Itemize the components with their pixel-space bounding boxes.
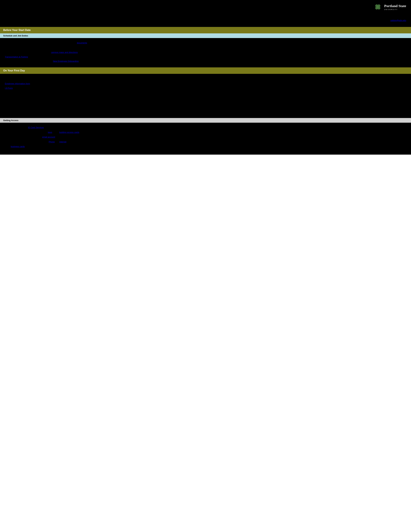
intro-dark-section: sskbre@pdx.edu (0, 14, 411, 27)
first-day-content: Meet with your supervisor to receive you… (0, 74, 411, 118)
email-account-link[interactable]: email account (42, 136, 55, 138)
getting-access-heading: Getting Access (0, 118, 411, 123)
psu-name: Portland State (384, 3, 406, 9)
psu-logo-icon (374, 3, 381, 10)
id-card-services-link[interactable]: ID Card Services (28, 126, 44, 129)
building-access-cards-link[interactable]: building access cards (59, 131, 79, 133)
before-start-heading: Before Your Start Date (0, 27, 411, 33)
header-bar: Portland State UNIVERSITY (0, 0, 411, 14)
psu-logo: Portland State UNIVERSITY (374, 3, 406, 11)
business-cards-link[interactable]: business cards (11, 145, 25, 148)
schedule-subheading: Schedule and Job Duties (0, 33, 411, 38)
first-day-heading: On Your First Day (0, 67, 411, 74)
before-start-content: Your supervisor will provide you with yo… (0, 38, 411, 67)
documents-link[interactable]: documents (77, 42, 87, 44)
transportation-link[interactable]: Transportation & Parking (5, 56, 28, 58)
phone-link[interactable]: Phone (49, 141, 55, 143)
email-section: sskbre@pdx.edu (5, 19, 406, 22)
employee-information-form-link[interactable]: Employee Information form (5, 82, 30, 85)
internet-link[interactable]: internet (59, 141, 66, 143)
psu-sub: UNIVERSITY (384, 9, 406, 11)
keys-link[interactable]: keys (48, 131, 52, 133)
getting-access-content: Get your PSU ID card at ID Card Services… (0, 123, 411, 155)
svg-rect-4 (377, 6, 378, 8)
psu-name-block: Portland State UNIVERSITY (384, 3, 406, 11)
campus-maps-link[interactable]: campus maps and directions (51, 51, 78, 54)
i9-form-link[interactable]: I-9 Form (5, 87, 13, 89)
new-employee-onboarding-link[interactable]: New Employee Onboarding (53, 60, 78, 62)
email-link[interactable]: sskbre@pdx.edu (390, 19, 406, 22)
